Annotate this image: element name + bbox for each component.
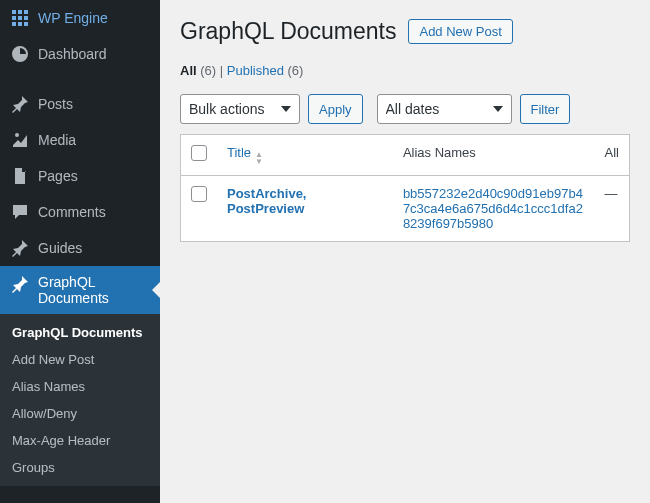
sidebar-item-dashboard[interactable]: Dashboard — [0, 36, 160, 72]
svg-rect-5 — [24, 16, 28, 20]
filter-button[interactable]: Filter — [520, 94, 571, 124]
sidebar-item-label: WP Engine — [38, 10, 108, 26]
bulk-actions-select[interactable]: Bulk actions — [180, 94, 300, 124]
add-new-post-button[interactable]: Add New Post — [408, 19, 512, 44]
main-content: GraphQL Documents Add New Post All (6) |… — [160, 0, 650, 503]
sort-icon: ▲▼ — [255, 151, 263, 165]
column-title[interactable]: Title▲▼ — [217, 135, 393, 176]
column-checkbox — [181, 135, 218, 176]
view-all-label[interactable]: All — [180, 63, 197, 78]
select-all-checkbox[interactable] — [191, 145, 207, 161]
sidebar-item-comments[interactable]: Comments — [0, 194, 160, 230]
svg-rect-0 — [12, 10, 16, 14]
sidebar-item-label: Pages — [38, 168, 78, 184]
sidebar-item-label: Media — [38, 132, 76, 148]
row-alias-link[interactable]: bb557232e2d40c90d91eb97b47c3ca4e6a675d6d… — [403, 186, 585, 231]
view-published-link[interactable]: Published — [227, 63, 284, 78]
row-title-link[interactable]: PostArchive, PostPreview — [227, 186, 306, 216]
submenu-item-max-age-header[interactable]: Max-Age Header — [0, 427, 160, 454]
submenu-item-alias-names[interactable]: Alias Names — [0, 373, 160, 400]
pin-icon — [10, 94, 30, 114]
dates-select[interactable]: All dates — [377, 94, 512, 124]
svg-rect-1 — [18, 10, 22, 14]
documents-table: Title▲▼ Alias Names All PostArchive, Pos… — [180, 134, 630, 242]
separator: | — [220, 63, 227, 78]
view-published-count: (6) — [288, 63, 304, 78]
view-filter: All (6) | Published (6) — [180, 63, 630, 78]
sidebar-item-brand[interactable]: WP Engine — [0, 0, 160, 36]
svg-rect-2 — [24, 10, 28, 14]
svg-rect-3 — [12, 16, 16, 20]
submenu-item-graphql-documents[interactable]: GraphQL Documents — [0, 319, 160, 346]
column-alias-names: Alias Names — [393, 135, 595, 176]
row-allow-value: — — [595, 176, 630, 242]
submenu-item-allow-deny[interactable]: Allow/Deny — [0, 400, 160, 427]
pages-icon — [10, 166, 30, 186]
sidebar-item-label: Guides — [38, 240, 82, 256]
svg-rect-8 — [24, 22, 28, 26]
svg-rect-4 — [18, 16, 22, 20]
svg-rect-6 — [12, 22, 16, 26]
sidebar-item-posts[interactable]: Posts — [0, 86, 160, 122]
page-title: GraphQL Documents — [180, 18, 396, 45]
pin-icon — [10, 274, 30, 294]
sidebar-item-label: Comments — [38, 204, 106, 220]
pin-icon — [10, 238, 30, 258]
table-row: PostArchive, PostPreview bb557232e2d40c9… — [181, 176, 630, 242]
sidebar-item-label: GraphQL Documents — [38, 274, 150, 306]
view-all-count: (6) — [200, 63, 216, 78]
sidebar-item-guides[interactable]: Guides — [0, 230, 160, 266]
sidebar-item-label: Posts — [38, 96, 73, 112]
sidebar-item-pages[interactable]: Pages — [0, 158, 160, 194]
admin-sidebar: WP Engine Dashboard Posts Media Pages Co… — [0, 0, 160, 503]
media-icon — [10, 130, 30, 150]
svg-rect-7 — [18, 22, 22, 26]
page-header: GraphQL Documents Add New Post — [180, 18, 630, 45]
sidebar-item-label: Dashboard — [38, 46, 107, 62]
sidebar-item-graphql-documents[interactable]: GraphQL Documents — [0, 266, 160, 314]
sidebar-submenu: GraphQL Documents Add New Post Alias Nam… — [0, 314, 160, 486]
table-filters: Bulk actions Apply All dates Filter — [180, 94, 630, 124]
wp-engine-icon — [10, 8, 30, 28]
submenu-item-add-new-post[interactable]: Add New Post — [0, 346, 160, 373]
apply-button[interactable]: Apply — [308, 94, 363, 124]
row-checkbox[interactable] — [191, 186, 207, 202]
submenu-item-groups[interactable]: Groups — [0, 454, 160, 481]
column-allow: All — [595, 135, 630, 176]
comments-icon — [10, 202, 30, 222]
dashboard-icon — [10, 44, 30, 64]
sidebar-item-media[interactable]: Media — [0, 122, 160, 158]
